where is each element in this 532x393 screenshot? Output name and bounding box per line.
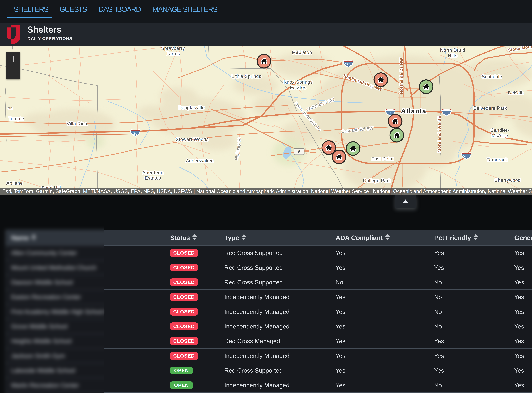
- svg-text:North Druid: North Druid: [440, 48, 465, 53]
- svg-text:6: 6: [298, 149, 300, 154]
- svg-text:Anneewakee: Anneewakee: [186, 158, 214, 163]
- svg-text:Candler-: Candler-: [491, 128, 509, 133]
- svg-text:Hills: Hills: [448, 53, 457, 58]
- svg-text:Farms: Farms: [166, 51, 180, 56]
- svg-text:East Point: East Point: [371, 156, 394, 162]
- svg-text:Aberdeen: Aberdeen: [142, 170, 163, 175]
- svg-text:20: 20: [133, 131, 137, 135]
- svg-text:20: 20: [445, 111, 449, 115]
- svg-text:Abilene: Abilene: [6, 181, 23, 186]
- svg-text:Lithia Springs: Lithia Springs: [231, 74, 261, 79]
- svg-text:Northside Dr NW: Northside Dr NW: [399, 58, 404, 94]
- svg-text:Cherrywood: Cherrywood: [494, 178, 521, 183]
- svg-text:Estates: Estates: [290, 85, 306, 90]
- svg-text:Moreland Ave SE: Moreland Ave SE: [437, 116, 442, 152]
- svg-text:285: 285: [345, 62, 351, 66]
- svg-text:20: 20: [388, 111, 392, 115]
- svg-text:Mableton: Mableton: [292, 50, 312, 55]
- svg-text:Atlanta: Atlanta: [401, 107, 427, 115]
- svg-text:Belvedere Park: Belvedere Park: [474, 106, 507, 111]
- svg-text:Tamarack: Tamarack: [487, 157, 508, 162]
- svg-text:on: on: [8, 106, 13, 110]
- svg-text:Douglasville: Douglasville: [178, 105, 205, 110]
- svg-text:Scottdale: Scottdale: [482, 74, 502, 79]
- svg-text:Knox Springs: Knox Springs: [284, 79, 313, 85]
- svg-text:Villa Rica: Villa Rica: [67, 121, 87, 126]
- svg-text:285: 285: [463, 154, 469, 158]
- svg-text:College Park: College Park: [363, 178, 391, 183]
- svg-text:Sprayberry: Sprayberry: [161, 46, 185, 51]
- svg-text:McAfee: McAfee: [492, 133, 508, 138]
- svg-text:Estates: Estates: [145, 176, 161, 181]
- svg-text:Temple: Temple: [8, 116, 24, 121]
- svg-text:DeKalb: DeKalb: [508, 90, 524, 95]
- svg-text:Stewart Woods: Stewart Woods: [176, 137, 209, 142]
